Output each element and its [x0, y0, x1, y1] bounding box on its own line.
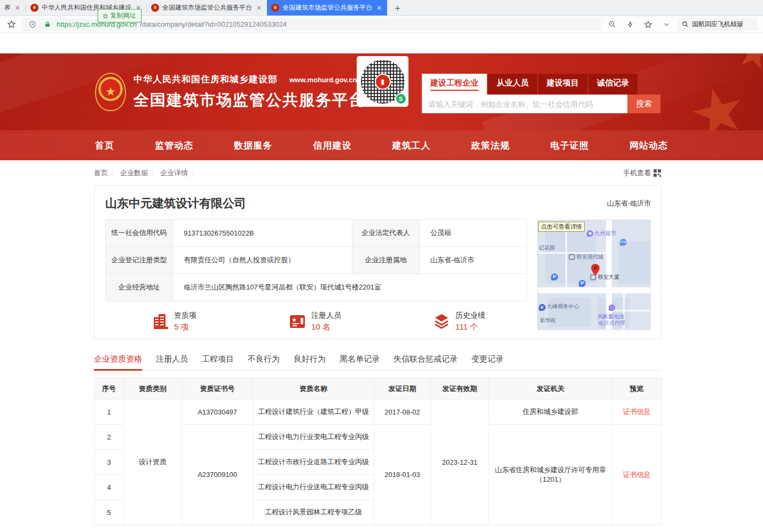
certificate-info-link[interactable]: 证书信息 [623, 408, 651, 416]
tab-qualifications[interactable]: 企业资质资格 [94, 354, 142, 370]
lightning-icon[interactable] [624, 19, 636, 30]
tab-good-behavior[interactable]: 良好行为 [294, 354, 326, 370]
credit-code-value: 91371302675501022B [173, 220, 352, 247]
favorite-star-icon[interactable] [642, 19, 654, 30]
search-tab-enterprise[interactable]: 建设工程企业 [422, 74, 487, 95]
map-pin-icon [591, 264, 600, 276]
tab-label: 全国建筑市场监管公共服务平台 [282, 3, 372, 12]
search-button[interactable]: 搜索 [627, 95, 660, 113]
map-poi-battery-icon: ▢ [609, 304, 615, 311]
company-card: 山东中元建筑设计有限公司 山东省-临沂市 统一社会信用代码 9137130267… [94, 185, 661, 339]
layers-icon [433, 313, 450, 330]
browser-tab-0[interactable]: 界 ✕ [0, 0, 26, 15]
cell-cert-no: A137030497 [182, 400, 253, 425]
tab-close-icon[interactable]: ✕ [375, 4, 383, 12]
cell-no: 2 [95, 425, 124, 450]
nav-item-e-license[interactable]: 电子证照 [550, 139, 589, 152]
nav-item-supervision[interactable]: 监管动态 [155, 139, 193, 152]
tab-blacklist[interactable]: 黑名单记录 [340, 354, 380, 370]
col-header-cert-no: 资质证书号 [182, 378, 253, 400]
cell-name: 工程设计风景园林工程专项乙级 [253, 500, 374, 525]
search-tab-label: 从业人员 [497, 78, 529, 87]
shield-icon[interactable] [27, 19, 38, 30]
nav-item-workers[interactable]: 建筑工人 [392, 139, 431, 152]
cell-name: 工程设计市政行业道路工程专业丙级 [253, 450, 374, 475]
tab-dishonesty-records[interactable]: 失信联合惩戒记录 [394, 354, 458, 370]
certificate-info-link[interactable]: 证书信息 [623, 471, 651, 479]
company-name: 山东中元建筑设计有限公司 [105, 195, 246, 212]
stat-value: 10 名 [311, 322, 341, 332]
cell-validity: 2023-12-31 [431, 400, 489, 525]
browser-tab-2[interactable]: 全国建筑市场监管公共服务平台 ✕ [147, 0, 267, 15]
search-tab-project[interactable]: 建设项目 [538, 74, 587, 95]
tab-favicon-icon [151, 4, 159, 12]
info-label: 企业注册属地 [352, 247, 420, 274]
breadcrumb-home[interactable]: 首页 [94, 169, 108, 177]
nav-item-site-news[interactable]: 网站动态 [630, 139, 668, 152]
chevron-down-icon[interactable] [660, 19, 672, 30]
tab-change-records[interactable]: 变更记录 [471, 354, 504, 370]
copy-url-tooltip: ⧉ 复制网址 [98, 9, 141, 22]
cell-issue-date: 2017-08-02 [374, 400, 431, 425]
cell-no: 5 [95, 500, 124, 525]
legal-rep-value: 公茂福 [420, 220, 527, 247]
col-header-validity: 发证有效期 [431, 378, 489, 400]
building-icon [153, 313, 169, 330]
zoom-out-icon[interactable] [606, 19, 618, 30]
keyword-search-input[interactable] [422, 95, 627, 113]
main-nav: 首页 监管动态 数据服务 信用建设 建筑工人 政策法规 电子证照 网站动态 [0, 130, 763, 160]
search-tab-credit[interactable]: 诚信记录 [588, 74, 638, 95]
tab-projects[interactable]: 工程项目 [202, 354, 234, 370]
copy-url-tooltip-label: 复制网址 [111, 11, 136, 20]
breadcrumb-company-detail[interactable]: 企业详情 [160, 169, 188, 177]
tab-favicon-icon [30, 4, 38, 12]
tab-bad-behavior[interactable]: 不良行为 [248, 354, 280, 370]
company-info-table: 统一社会信用代码 91371302675501022B 企业法定代表人 公茂福 … [105, 219, 527, 301]
nav-item-data-service[interactable]: 数据服务 [234, 139, 272, 152]
table-row: 1 设计资质 A137030497 工程设计建筑行业（建筑工程）甲级 2017-… [95, 400, 662, 425]
map-parking-icon: P [551, 273, 558, 280]
col-header-preview: 预览 [612, 378, 662, 400]
map-poi-supermarket: ▣ 九州超市 [587, 230, 616, 237]
company-region: 山东省-临沂市 [607, 199, 651, 208]
cell-cert-no: A237009100 [182, 425, 253, 525]
detail-tabs: 企业资质资格 注册人员 工程项目 不良行为 良好行为 黑名单记录 失信联合惩戒记… [94, 354, 661, 371]
breadcrumb-company-data[interactable]: 企业数据 [120, 169, 148, 177]
reg-region-value: 山东省-临沂市 [420, 247, 527, 274]
browser-tab-active[interactable]: 全国建筑市场监管公共服务平台 ✕ [267, 0, 387, 15]
toolbar-right-icons [606, 19, 672, 30]
search-tab-personnel[interactable]: 从业人员 [488, 74, 537, 95]
nav-item-policy[interactable]: 政策法规 [471, 139, 510, 152]
cell-preview: 证书信息 [612, 400, 662, 425]
tab-registered-personnel[interactable]: 注册人员 [156, 354, 188, 370]
search-tab-label: 建设项目 [547, 78, 579, 87]
qr-center-logo: ▮ [375, 74, 391, 90]
cell-authority: 住房和城乡建设部 [489, 400, 612, 425]
map-poi-battery-line2: 临沂总代理 [599, 319, 625, 327]
cell-authority: 山东省住房和城乡建设厅许可专用章（1201） [489, 425, 612, 525]
company-location-map[interactable]: 点击可查看详情 ▣ 九州超市 ATM 记花园 ▦ 联安现代城 ▦ 联安大厦 P … [537, 220, 651, 330]
stat-value: 111 个 [455, 322, 485, 332]
nav-item-home[interactable]: 首页 [95, 139, 114, 152]
building-poi-icon: ▦ [569, 254, 575, 260]
tab-close-icon[interactable]: ✕ [14, 4, 21, 12]
mobile-view-button[interactable]: 手机查看 [623, 168, 661, 178]
tab-close-icon[interactable]: ✕ [255, 4, 263, 12]
office-poi-icon: ◧ [539, 304, 546, 311]
new-tab-button[interactable]: ＋ [387, 0, 407, 15]
stat-qualifications: 资质项 5 项 [153, 311, 289, 332]
tab-label: 全国建筑市场监管公共服务平台 [162, 3, 252, 12]
map-parking-icon: P [579, 280, 586, 287]
site-title: 全国建筑市场监管公共服务平台 [133, 90, 365, 111]
qualification-table: 序号 资质类别 资质证书号 资质名称 发证日期 发证有效期 发证机关 预览 1 … [94, 378, 662, 525]
qr-code-icon [654, 169, 661, 177]
browser-search-box[interactable]: 国航回应飞机颠簸 [678, 18, 758, 31]
bookmark-star-icon[interactable] [5, 19, 17, 30]
site-search-module: 建设工程企业 从业人员 建设项目 诚信记录 搜索 [422, 74, 660, 113]
cell-name: 工程设计电力行业变电工程专业丙级 [253, 425, 374, 450]
cell-no: 3 [95, 450, 124, 475]
info-label: 企业法定代表人 [352, 220, 420, 247]
browser-search-query: 国航回应飞机颠簸 [692, 20, 743, 29]
cell-no: 4 [95, 475, 124, 500]
nav-item-credit[interactable]: 信用建设 [313, 139, 351, 152]
